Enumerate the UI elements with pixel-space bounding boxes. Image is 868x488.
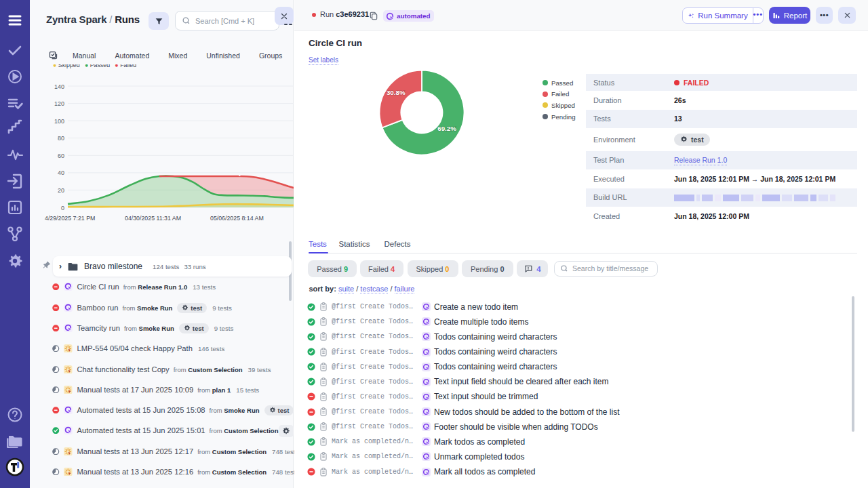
svg-text:140: 140 [54, 83, 64, 90]
svg-text:100: 100 [54, 118, 64, 125]
svg-text:4/29/2025 7:21 PM: 4/29/2025 7:21 PM [45, 215, 95, 222]
svg-text:40: 40 [58, 169, 64, 176]
svg-text:20: 20 [58, 187, 64, 194]
svg-text:30.8%: 30.8% [387, 89, 406, 96]
svg-text:0: 0 [61, 205, 64, 211]
svg-text:120: 120 [54, 100, 64, 107]
svg-text:69.2%: 69.2% [437, 125, 456, 132]
svg-text:05/06/2025 8:14 AM: 05/06/2025 8:14 AM [210, 215, 264, 222]
svg-text:60: 60 [58, 152, 64, 159]
svg-text:80: 80 [58, 135, 64, 142]
svg-text:04/30/2025 11:31 AM: 04/30/2025 11:31 AM [125, 215, 181, 222]
